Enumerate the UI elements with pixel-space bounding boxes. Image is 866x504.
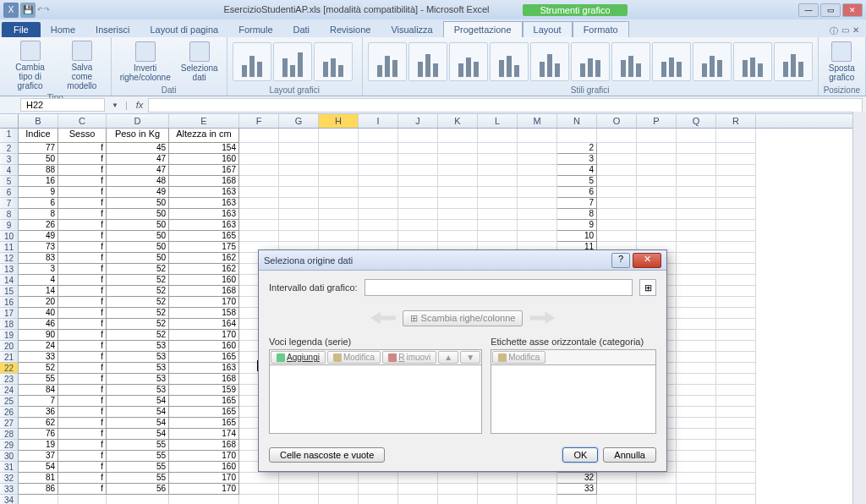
cell[interactable]: 52	[107, 275, 169, 286]
cell[interactable]	[716, 418, 756, 429]
close-button[interactable]: ✕	[842, 3, 863, 17]
cell[interactable]: 5	[557, 176, 597, 187]
cell[interactable]	[478, 187, 518, 198]
cell[interactable]	[478, 129, 518, 143]
redo-icon[interactable]: ↷	[44, 6, 49, 14]
cell[interactable]	[359, 484, 398, 495]
column-header-J[interactable]: J	[398, 114, 438, 128]
cell[interactable]	[478, 473, 518, 484]
cell[interactable]: 53	[107, 352, 169, 363]
cell[interactable]: 165	[169, 396, 239, 407]
row-header[interactable]: 18	[0, 319, 19, 330]
cell[interactable]	[478, 198, 518, 209]
cell[interactable]	[637, 484, 677, 495]
cell[interactable]: 8	[557, 209, 597, 220]
cell[interactable]	[716, 154, 756, 165]
cell[interactable]	[677, 352, 716, 363]
cell[interactable]	[279, 220, 319, 231]
cell[interactable]	[279, 143, 319, 154]
cell[interactable]: 160	[169, 341, 239, 352]
cell[interactable]: 163	[169, 187, 239, 198]
cell[interactable]: 26	[19, 220, 58, 231]
cell[interactable]: 7	[557, 198, 597, 209]
cell[interactable]	[279, 473, 319, 484]
cell[interactable]: 47	[107, 165, 169, 176]
cell[interactable]	[677, 396, 716, 407]
row-header[interactable]: 30	[0, 451, 19, 462]
cell[interactable]: 50	[19, 154, 58, 165]
cell[interactable]: 159	[169, 385, 239, 396]
cell[interactable]	[359, 176, 398, 187]
cell[interactable]	[398, 165, 438, 176]
cell[interactable]: 163	[169, 198, 239, 209]
cell[interactable]	[478, 176, 518, 187]
cell[interactable]	[677, 308, 716, 319]
cell[interactable]	[478, 154, 518, 165]
row-header-1[interactable]: 1	[0, 129, 19, 143]
cell[interactable]	[279, 209, 319, 220]
cell[interactable]	[716, 374, 756, 385]
cell[interactable]	[597, 198, 637, 209]
cell[interactable]	[359, 220, 398, 231]
cell[interactable]	[319, 473, 359, 484]
cell[interactable]	[398, 495, 438, 504]
cell[interactable]: 36	[19, 407, 58, 418]
cell[interactable]: 83	[19, 253, 58, 264]
cell[interactable]	[438, 165, 478, 176]
column-header-B[interactable]: B	[19, 114, 58, 128]
cell[interactable]	[597, 209, 637, 220]
cell[interactable]	[279, 165, 319, 176]
cell[interactable]	[716, 220, 756, 231]
cell[interactable]: Indice	[19, 129, 58, 143]
cell[interactable]	[239, 154, 279, 165]
cell[interactable]	[398, 129, 438, 143]
tab-layout-pagina[interactable]: Layout di pagina	[140, 22, 228, 37]
cell[interactable]: 77	[19, 143, 58, 154]
formula-input[interactable]	[148, 98, 863, 112]
cell[interactable]	[637, 495, 677, 504]
row-header[interactable]: 15	[0, 286, 19, 297]
cell[interactable]	[716, 396, 756, 407]
legend-series-listbox[interactable]	[269, 364, 482, 434]
column-header-C[interactable]: C	[58, 114, 107, 128]
cell[interactable]	[597, 154, 637, 165]
cell[interactable]: 20	[19, 297, 58, 308]
cell[interactable]	[279, 484, 319, 495]
cell[interactable]	[279, 154, 319, 165]
column-header-N[interactable]: N	[557, 114, 597, 128]
cell[interactable]	[716, 165, 756, 176]
cell[interactable]	[359, 165, 398, 176]
cell[interactable]	[518, 220, 557, 231]
tab-visualizza[interactable]: Visualizza	[381, 22, 442, 37]
cell[interactable]: 168	[169, 176, 239, 187]
cell[interactable]	[319, 231, 359, 242]
row-header[interactable]: 33	[0, 484, 19, 495]
cell[interactable]	[359, 143, 398, 154]
cell[interactable]	[518, 231, 557, 242]
cell[interactable]	[677, 242, 716, 253]
cell[interactable]	[637, 187, 677, 198]
cell[interactable]: f	[58, 396, 107, 407]
cell[interactable]	[279, 495, 319, 504]
range-selector-icon[interactable]: ⊞	[639, 279, 656, 296]
cell[interactable]	[716, 495, 756, 504]
column-header-H[interactable]: H	[319, 114, 359, 128]
cell[interactable]: f	[58, 374, 107, 385]
cell[interactable]: 160	[169, 275, 239, 286]
cell[interactable]	[557, 495, 597, 504]
cell[interactable]	[518, 209, 557, 220]
cell[interactable]: 160	[169, 154, 239, 165]
cell[interactable]	[239, 198, 279, 209]
row-header[interactable]: 29	[0, 440, 19, 451]
cell[interactable]	[637, 231, 677, 242]
cell[interactable]	[716, 451, 756, 462]
dialog-close-button[interactable]: ✕	[633, 253, 661, 268]
cell[interactable]	[478, 220, 518, 231]
cell[interactable]: 7	[19, 396, 58, 407]
cell[interactable]	[478, 484, 518, 495]
cell[interactable]	[637, 129, 677, 143]
cell[interactable]	[359, 231, 398, 242]
row-header[interactable]: 9	[0, 220, 19, 231]
cell[interactable]	[677, 330, 716, 341]
cell[interactable]: f	[58, 352, 107, 363]
